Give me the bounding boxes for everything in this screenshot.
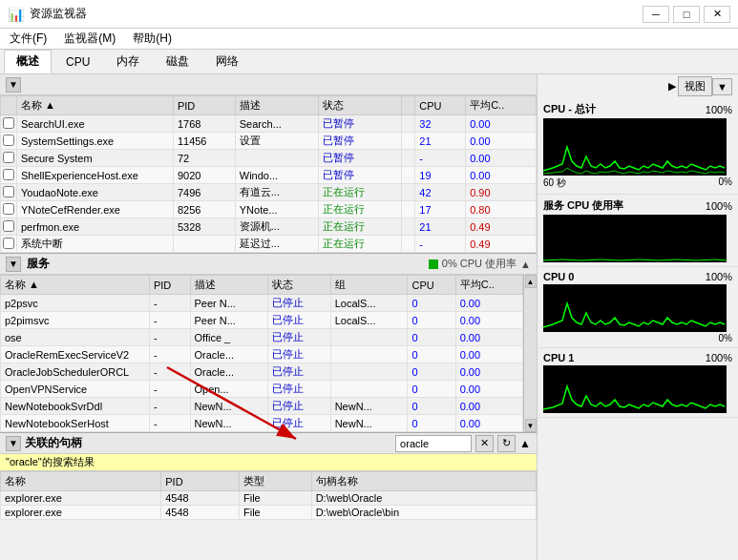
graph-service-cpu: 服务 CPU 使用率 100% [538, 195, 738, 267]
table-row[interactable]: Secure System 72 已暂停 - 0.00 [1, 150, 537, 167]
table-row[interactable]: perfmon.exe 5328 资源机... 正在运行 21 0.49 [1, 218, 537, 236]
close-button[interactable]: ✕ [704, 6, 730, 23]
handles-collapse-btn[interactable]: ▼ [6, 436, 21, 451]
services-col-group[interactable]: 组 [330, 276, 408, 295]
tab-disk[interactable]: 磁盘 [154, 50, 201, 73]
menu-file[interactable]: 文件(F) [6, 30, 51, 48]
handles-col-name[interactable]: 名称 [1, 472, 161, 491]
table-row[interactable]: SystemSettings.exe 11456 设置 已暂停 21 0.00 [1, 133, 537, 150]
tab-bar: 概述 CPU 内存 磁盘 网络 [0, 50, 738, 74]
process-col-avgcpu[interactable]: 平均C.. [466, 96, 537, 115]
tab-overview[interactable]: 概述 [4, 50, 52, 73]
handles-search-button[interactable]: ↻ [497, 435, 516, 452]
view-dropdown-button[interactable]: ▼ [712, 78, 732, 95]
service-name: NewNotebookSvrDdl [1, 398, 150, 415]
services-table: 名称 ▲ PID 描述 状态 组 CPU 平均C.. [0, 275, 523, 432]
table-row[interactable]: p2pimsvc - Peer N... 已停止 LocalS... 0 0.0… [1, 312, 523, 329]
tab-network[interactable]: 网络 [203, 50, 251, 73]
table-row[interactable]: SearchUI.exe 1768 Search... 已暂停 32 0.00 [1, 115, 537, 133]
services-table-wrapper[interactable]: 名称 ▲ PID 描述 状态 组 CPU 平均C.. [0, 275, 523, 432]
row-checkbox[interactable] [3, 152, 14, 163]
services-section-header[interactable]: ▼ 服务 0% CPU 使用率 ▲ [0, 254, 537, 275]
row-checkbox-cell[interactable] [1, 133, 17, 150]
table-row[interactable]: ShellExperienceHost.exe 9020 Windo... 已暂… [1, 167, 537, 184]
row-checkbox-cell[interactable] [1, 115, 17, 133]
scroll-down[interactable]: ▼ [525, 419, 537, 432]
service-group [330, 346, 408, 363]
row-checkbox[interactable] [3, 169, 14, 180]
service-status: 已停止 [268, 381, 330, 398]
handle-path: D:\web\Oracle [311, 491, 536, 506]
table-row[interactable]: explorer.exe 4548 File D:\web\Oracle [1, 491, 537, 506]
services-col-desc[interactable]: 描述 [190, 276, 268, 295]
services-collapse-btn[interactable]: ▼ [6, 257, 21, 272]
handles-search-input[interactable] [395, 435, 472, 452]
table-row[interactable]: 系统中断 延迟过... 正在运行 - 0.49 [1, 236, 537, 253]
services-col-pid[interactable]: PID [149, 276, 190, 295]
tab-cpu[interactable]: CPU [53, 52, 102, 73]
row-checkbox-cell[interactable] [1, 201, 17, 218]
maximize-button[interactable]: □ [673, 6, 700, 23]
handles-clear-button[interactable]: ✕ [475, 435, 494, 452]
table-row[interactable]: ose - Office _ 已停止 0 0.00 [1, 329, 523, 346]
handles-table-wrapper[interactable]: 名称 PID 类型 句柄名称 explorer.exe 4548 File D:… [0, 471, 537, 560]
table-row[interactable]: YNoteCefRender.exe 8256 YNote... 正在运行 17… [1, 201, 537, 218]
process-section-header[interactable]: ▼ [0, 74, 537, 95]
play-icon[interactable]: ▶ [668, 80, 676, 93]
minimize-button[interactable]: ─ [643, 6, 669, 23]
service-avgcpu: 0.00 [455, 363, 522, 381]
row-checkbox-cell[interactable] [1, 236, 17, 253]
row-checkbox[interactable] [3, 203, 14, 215]
process-col-cpu[interactable]: CPU [415, 96, 466, 115]
handles-area: ▼ 关联的句柄 ✕ ↻ ▲ "oracle"的搜索结果 名称 PID 类型 句柄… [0, 433, 537, 560]
row-checkbox-cell[interactable] [1, 150, 17, 167]
services-col-cpu[interactable]: CPU [408, 276, 455, 295]
services-col-name[interactable]: 名称 ▲ [1, 276, 150, 295]
process-avgcpu: 0.90 [466, 184, 537, 201]
row-checkbox[interactable] [3, 238, 14, 249]
table-row[interactable]: NewNotebookSvrDdl - NewN... 已停止 NewN... … [1, 398, 523, 415]
scroll-up[interactable]: ▲ [525, 275, 537, 288]
process-col-check[interactable] [1, 96, 17, 115]
process-table-wrapper[interactable]: 名称 ▲ PID 描述 状态 CPU 平均C.. SearchUI.exe 17… [0, 95, 537, 253]
services-col-avgcpu[interactable]: 平均C.. [455, 276, 522, 295]
handles-col-handle[interactable]: 句柄名称 [311, 472, 536, 491]
service-desc: Peer N... [190, 312, 268, 329]
row-checkbox-cell[interactable] [1, 167, 17, 184]
service-pid: - [149, 329, 190, 346]
process-collapse-btn[interactable]: ▼ [6, 77, 21, 93]
table-row[interactable]: OracleRemExecServiceV2 - Oracle... 已停止 0… [1, 346, 523, 363]
row-checkbox-cell[interactable] [1, 184, 17, 201]
services-col-status[interactable]: 状态 [268, 276, 330, 295]
process-empty [401, 184, 415, 201]
row-checkbox[interactable] [3, 117, 14, 129]
process-col-pid[interactable]: PID [173, 96, 235, 115]
menu-monitor[interactable]: 监视器(M) [60, 30, 119, 48]
view-button[interactable]: 视图 [678, 76, 712, 96]
table-row[interactable]: OracleJobSchedulerORCL - Oracle... 已停止 0… [1, 363, 523, 381]
process-col-name[interactable]: 名称 ▲ [17, 96, 174, 115]
table-row[interactable]: explorer.exe 4548 File D:\web\Oracle\bin [1, 506, 537, 520]
table-row[interactable]: OpenVPNService - Open... 已停止 0 0.00 [1, 381, 523, 398]
service-group: NewN... [330, 398, 408, 415]
service-desc: Open... [190, 381, 268, 398]
handles-col-type[interactable]: 类型 [239, 472, 311, 491]
process-table: 名称 ▲ PID 描述 状态 CPU 平均C.. SearchUI.exe 17… [0, 95, 537, 253]
service-name: p2psvc [1, 295, 150, 312]
services-scrollbar[interactable]: ▲ ▼ [523, 275, 537, 432]
process-pid: 11456 [173, 133, 235, 150]
process-col-desc[interactable]: 描述 [235, 96, 318, 115]
handles-col-pid[interactable]: PID [161, 472, 240, 491]
table-row[interactable]: p2psvc - Peer N... 已停止 LocalS... 0 0.00 [1, 295, 523, 312]
table-row[interactable]: NewNotebookSerHost - NewN... 已停止 NewN...… [1, 415, 523, 432]
row-checkbox[interactable] [3, 220, 14, 232]
graph-cpu-total: CPU - 总计 100% 60 秒 0% [538, 98, 738, 195]
process-pid: 9020 [173, 167, 235, 184]
row-checkbox[interactable] [3, 135, 14, 146]
tab-memory[interactable]: 内存 [104, 50, 152, 73]
table-row[interactable]: YoudaoNote.exe 7496 有道云... 正在运行 42 0.90 [1, 184, 537, 201]
menu-help[interactable]: 帮助(H) [129, 30, 176, 48]
process-col-status[interactable]: 状态 [318, 96, 401, 115]
row-checkbox-cell[interactable] [1, 218, 17, 236]
row-checkbox[interactable] [3, 186, 14, 197]
